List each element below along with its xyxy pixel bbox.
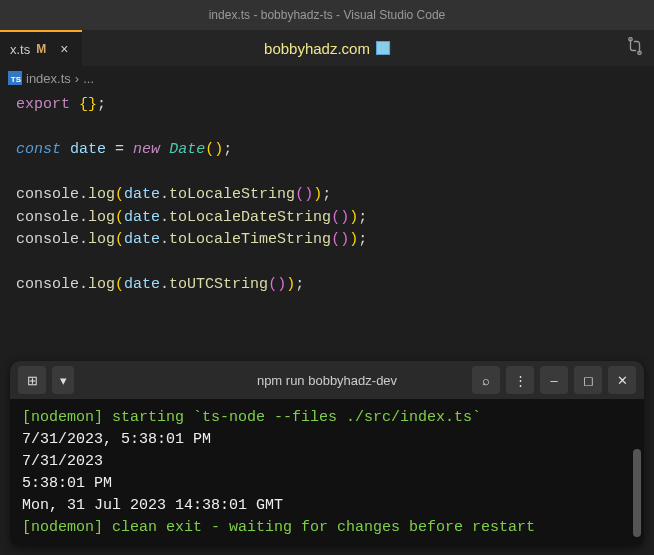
breadcrumb-sep: › [75, 71, 79, 86]
terminal-line: 7/31/2023, 5:38:01 PM [22, 429, 632, 451]
file-tab[interactable]: x.ts M × [0, 30, 82, 66]
code-line: const date = new Date(); [16, 139, 638, 162]
breadcrumb-rest: ... [83, 71, 94, 86]
terminal-search-button[interactable]: ⌕ [472, 366, 500, 394]
code-line: console.log(date.toUTCString()); [16, 274, 638, 297]
tab-filename: x.ts [10, 42, 30, 57]
code-line [16, 162, 638, 185]
close-icon: ✕ [617, 373, 628, 388]
search-icon: ⌕ [482, 373, 490, 388]
tab-modified-indicator: M [36, 42, 46, 56]
code-line [16, 117, 638, 140]
terminal-maximize-button[interactable]: ◻ [574, 366, 602, 394]
window-title: index.ts - bobbyhadz-ts - Visual Studio … [209, 8, 446, 22]
tab-close-icon[interactable]: × [56, 41, 72, 57]
code-line [16, 252, 638, 275]
terminal-line: [nodemon] clean exit - waiting for chang… [22, 517, 632, 539]
code-line: export {}; [16, 94, 638, 117]
url-text: bobbyhadz.com [264, 40, 370, 57]
minimize-icon: – [550, 373, 557, 388]
terminal-line: [nodemon] starting `ts-node --files ./sr… [22, 407, 632, 429]
terminal-new-tab-button[interactable]: ⊞ [18, 366, 46, 394]
terminal-minimize-button[interactable]: – [540, 366, 568, 394]
breadcrumb-file: index.ts [26, 71, 71, 86]
code-line: console.log(date.toLocaleString()); [16, 184, 638, 207]
terminal-line: Mon, 31 Jul 2023 14:38:01 GMT [22, 495, 632, 517]
terminal-line: 7/31/2023 [22, 451, 632, 473]
editor-tab-bar: x.ts M × bobbyhadz.com [0, 30, 654, 66]
cube-icon [376, 41, 390, 55]
terminal-title: npm run bobbyhadz-dev [257, 373, 397, 388]
terminal-panel: ⊞ ▾ npm run bobbyhadz-dev ⌕ ⋮ – ◻ ✕ [nod… [10, 361, 644, 547]
terminal-line: 5:38:01 PM [22, 473, 632, 495]
breadcrumb[interactable]: TS index.ts › ... [0, 66, 654, 90]
maximize-icon: ◻ [583, 373, 594, 388]
code-line: console.log(date.toLocaleTimeString()); [16, 229, 638, 252]
terminal-menu-button[interactable]: ⋮ [506, 366, 534, 394]
kebab-menu-icon: ⋮ [514, 373, 527, 388]
code-line: console.log(date.toLocaleDateString()); [16, 207, 638, 230]
plus-icon: ⊞ [27, 373, 38, 388]
terminal-close-button[interactable]: ✕ [608, 366, 636, 394]
url-banner: bobbyhadz.com [264, 40, 390, 57]
window-title-bar: index.ts - bobbyhadz-ts - Visual Studio … [0, 0, 654, 30]
code-editor[interactable]: export {}; const date = new Date(); cons… [0, 90, 654, 301]
chevron-down-icon: ▾ [60, 373, 67, 388]
typescript-icon: TS [8, 71, 22, 85]
compare-changes-icon[interactable] [626, 37, 644, 59]
terminal-scrollbar[interactable] [633, 449, 641, 537]
terminal-output[interactable]: [nodemon] starting `ts-node --files ./sr… [10, 399, 644, 547]
terminal-header: ⊞ ▾ npm run bobbyhadz-dev ⌕ ⋮ – ◻ ✕ [10, 361, 644, 399]
terminal-dropdown-button[interactable]: ▾ [52, 366, 74, 394]
